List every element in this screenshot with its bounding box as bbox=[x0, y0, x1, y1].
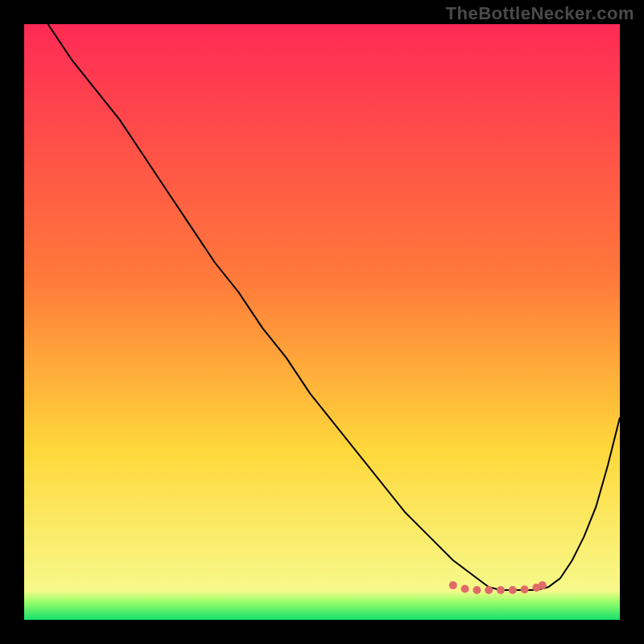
optimal-dot bbox=[461, 585, 469, 593]
optimal-dot bbox=[449, 581, 457, 589]
bottleneck-curve bbox=[48, 24, 620, 590]
plot-area bbox=[24, 24, 620, 620]
optimal-dot bbox=[473, 586, 481, 594]
optimal-zone-dots bbox=[449, 581, 547, 594]
chart-frame: TheBottleNecker.com bbox=[0, 0, 644, 644]
optimal-dot bbox=[509, 586, 517, 594]
optimal-dot bbox=[485, 586, 493, 594]
optimal-dot bbox=[521, 585, 529, 593]
optimal-dot bbox=[539, 581, 547, 589]
watermark-text: TheBottleNecker.com bbox=[446, 3, 634, 24]
curve-layer bbox=[24, 24, 620, 620]
optimal-dot bbox=[497, 586, 505, 594]
